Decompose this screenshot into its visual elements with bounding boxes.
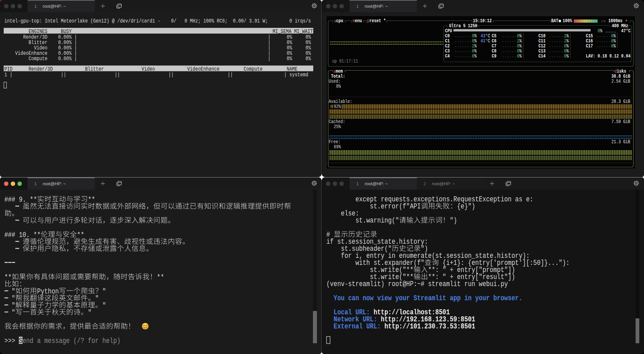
svg-text:0: 0 (611, 43, 613, 49)
svg-text:st.warning(": st.warning(" (326, 217, 399, 225)
svg-text:": " (95, 294, 99, 303)
svg-text:up 01:17:11: up 01:17:11 (332, 58, 358, 64)
svg-text:41: 41 (481, 38, 485, 44)
svg-text:0: 0 (598, 28, 600, 34)
svg-text:%: % (613, 43, 616, 49)
svg-text:*: * (381, 18, 386, 24)
svg-text:reset: reset (369, 18, 381, 24)
svg-text:**: ** (77, 231, 84, 239)
svg-text:........: ........ (454, 54, 474, 58)
svg-text:........: ........ (454, 39, 474, 43)
svg-text:-: - (604, 18, 606, 24)
svg-text:BAT: BAT (551, 18, 558, 24)
svg-text:0.18 0.12 0.04: 0.18 0.12 0.04 (595, 53, 631, 59)
svg-text:S: S (19, 337, 23, 345)
svg-text:end a message (/? for help): end a message (/? for help) (23, 337, 121, 345)
svg-text:7.59 GiB: 7.59 GiB (611, 119, 630, 125)
svg-text:": " (103, 302, 106, 310)
svg-text:Ultra 5 125H: Ultra 5 125H (449, 23, 477, 29)
svg-text:http://101.230.73.53:8501: http://101.230.73.53:8501 (385, 322, 475, 330)
svg-text:%: % (566, 53, 569, 59)
svg-text:### 10. **: ### 10. ** (4, 231, 41, 239)
svg-text:"): ") (450, 217, 457, 225)
svg-text:cpu: cpu (336, 18, 343, 24)
svg-text:enu: enu (355, 18, 362, 24)
svg-text:........: ........ (454, 49, 474, 53)
svg-text:Compute 0.00% |: Compute 0.00% | | 0% 0% (4, 55, 311, 62)
svg-text:47°C: 47°C (621, 28, 631, 34)
svg-text:%: % (474, 53, 477, 59)
svg-text:C9: C9 (492, 53, 496, 59)
svg-text:%: % (519, 53, 522, 59)
svg-text:8%: 8% (336, 83, 341, 89)
svg-text:C14: C14 (538, 53, 546, 59)
svg-text:0: 0 (564, 53, 566, 59)
svg-text:External URL:: External URL: (326, 322, 385, 330)
svg-text:>>>: >>> (4, 337, 19, 345)
svg-text:........: ........ (454, 34, 474, 38)
svg-text:28.3 GiB: 28.3 GiB (611, 99, 630, 105)
svg-text:(venv-streamlit) root@HP:~# st: (venv-streamlit) root@HP:~# streamlit ru… (326, 280, 508, 288)
svg-text:........: ........ (454, 44, 474, 48)
svg-text:p: p (367, 18, 369, 24)
svg-text:**: ** (4, 273, 12, 281)
svg-text:**: ** (88, 196, 95, 204)
svg-text:Python: Python (37, 287, 59, 296)
svg-text:21.3 GiB: 21.3 GiB (611, 139, 630, 145)
svg-text:0: 0 (517, 53, 519, 59)
svg-text:You can now view your Streamli: You can now view your Streamlit app in y… (326, 294, 522, 302)
svg-text:°C: °C (485, 38, 490, 44)
svg-text:": " (88, 309, 91, 317)
svg-text:25%: 25% (334, 124, 341, 130)
svg-text:intel-gpu-top: Intel Meteorlak: intel-gpu-top: Intel Meteorlake (Gen12) … (4, 18, 311, 24)
svg-text:{e}"): {e}") (457, 202, 475, 210)
svg-text:69%: 69% (334, 144, 341, 150)
svg-text:92%: 92% (334, 104, 341, 110)
svg-text:": " (103, 287, 106, 296)
svg-text:100%: 100% (563, 18, 572, 24)
svg-text:%: % (600, 28, 603, 34)
svg-text:m: m (353, 18, 355, 24)
svg-text:0: 0 (472, 53, 474, 59)
svg-text:**: ** (157, 273, 164, 281)
svg-text:LAV:: LAV: (586, 53, 595, 59)
svg-text:### 9. **: ### 9. ** (4, 196, 37, 204)
svg-text:C17: C17 (586, 43, 593, 49)
svg-text:1 | ||: 1 | || || || || | systemd (4, 72, 308, 78)
svg-text:": " (4, 309, 15, 317)
svg-text:C4: C4 (445, 53, 450, 59)
svg-text:2.54 GiB: 2.54 GiB (611, 78, 630, 84)
